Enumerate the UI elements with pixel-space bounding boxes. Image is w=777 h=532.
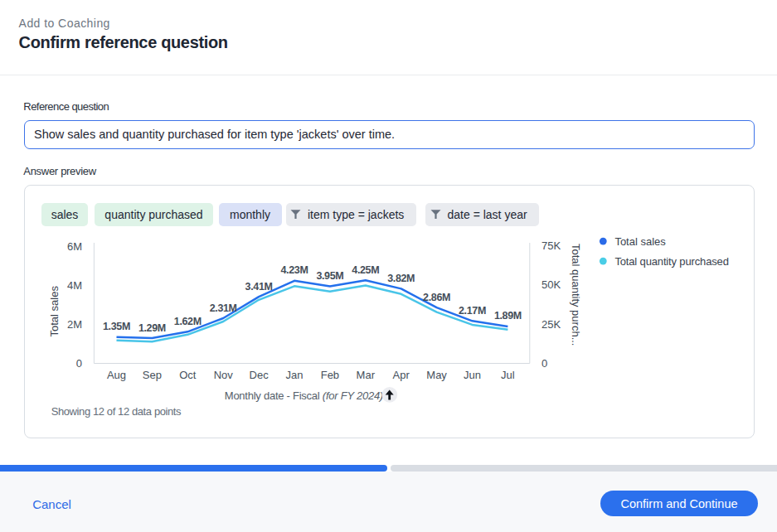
svg-text:2M: 2M <box>67 318 82 331</box>
svg-text:Monthly date - Fiscal (for FY: Monthly date - Fiscal (for FY 2024) <box>225 389 383 402</box>
svg-text:Jan: Jan <box>286 369 304 381</box>
svg-text:0: 0 <box>541 357 547 370</box>
svg-text:4M: 4M <box>67 279 82 292</box>
svg-text:3.82M: 3.82M <box>387 273 415 284</box>
svg-text:25K: 25K <box>541 318 561 331</box>
svg-text:Total sales: Total sales <box>614 235 666 248</box>
svg-text:May: May <box>426 369 447 381</box>
svg-text:2.86M: 2.86M <box>423 292 450 303</box>
svg-text:1.62M: 1.62M <box>174 316 202 327</box>
svg-text:Total quantity purchased: Total quantity purchased <box>614 255 728 268</box>
svg-text:50K: 50K <box>541 278 561 291</box>
svg-text:Apr: Apr <box>393 369 410 381</box>
svg-text:Total quantity purch...: Total quantity purch... <box>570 244 582 346</box>
svg-text:Oct: Oct <box>179 369 197 381</box>
svg-text:1.89M: 1.89M <box>494 310 522 322</box>
svg-text:3.95M: 3.95M <box>316 270 343 282</box>
svg-text:1.29M: 1.29M <box>138 322 166 334</box>
svg-text:Feb: Feb <box>321 369 339 381</box>
svg-text:6M: 6M <box>67 240 82 253</box>
svg-text:Aug: Aug <box>107 369 126 381</box>
svg-text:4.25M: 4.25M <box>352 264 379 276</box>
svg-text:1.35M: 1.35M <box>103 321 130 332</box>
svg-text:Jul: Jul <box>501 369 515 381</box>
svg-text:3.41M: 3.41M <box>245 281 273 293</box>
svg-text:Nov: Nov <box>214 369 234 381</box>
svg-text:75K: 75K <box>541 239 561 252</box>
svg-text:2.31M: 2.31M <box>210 302 237 314</box>
svg-text:Dec: Dec <box>250 369 270 381</box>
svg-text:Sep: Sep <box>143 369 162 381</box>
svg-text:2.17M: 2.17M <box>459 305 486 317</box>
svg-text:4.23M: 4.23M <box>281 264 308 276</box>
svg-text:Jun: Jun <box>464 369 481 381</box>
svg-text:Mar: Mar <box>357 369 376 381</box>
svg-text:Total sales: Total sales <box>48 286 61 337</box>
svg-text:0: 0 <box>76 357 82 370</box>
